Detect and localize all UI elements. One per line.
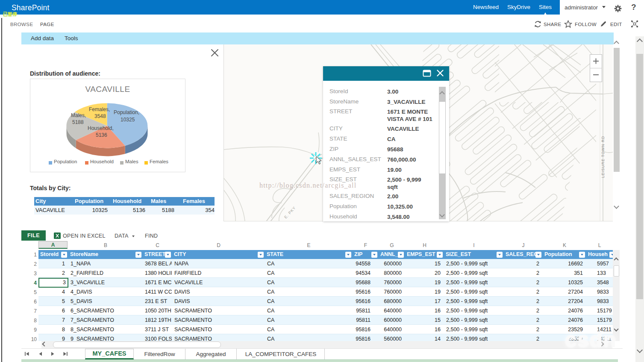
svg-text:E. PKY: E. PKY: [283, 206, 297, 219]
